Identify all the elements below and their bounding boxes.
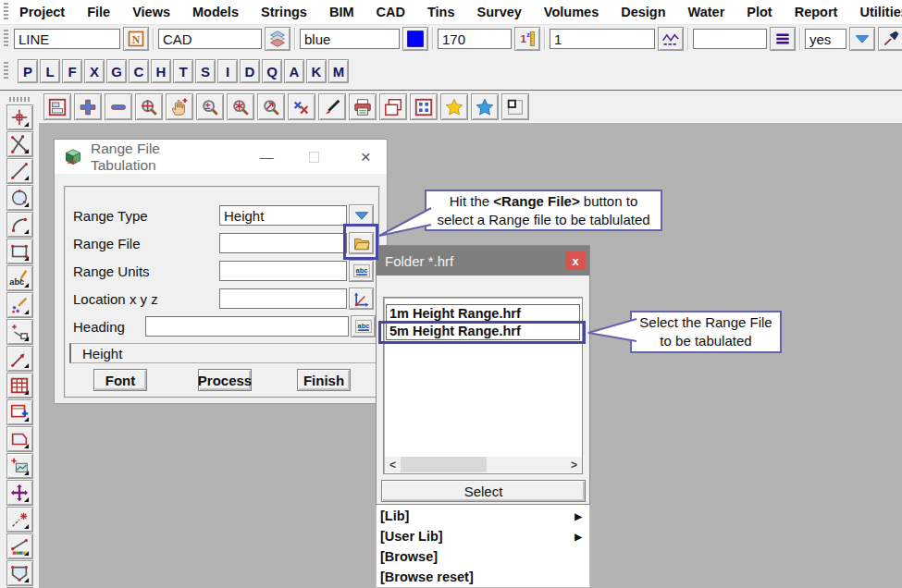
string-colour-button[interactable] bbox=[6, 533, 33, 559]
range-units-input[interactable] bbox=[219, 261, 347, 281]
create-face-button[interactable] bbox=[6, 426, 33, 452]
snap-S-button[interactable]: S bbox=[195, 59, 216, 83]
snap-C-button[interactable]: C bbox=[129, 59, 149, 83]
field-separator[interactable] bbox=[799, 28, 801, 50]
create-text-button[interactable]: abc bbox=[6, 265, 33, 291]
snap-M-button[interactable]: M bbox=[328, 59, 349, 83]
menu-utilities[interactable]: Utilities bbox=[859, 5, 902, 19]
toolbar-grip[interactable] bbox=[9, 97, 30, 102]
abc-button[interactable]: abc bbox=[349, 260, 374, 282]
finish-button[interactable]: Finish bbox=[297, 369, 351, 391]
snap-point-button[interactable] bbox=[6, 104, 33, 130]
create-arc-button[interactable] bbox=[6, 212, 33, 238]
draw-button[interactable] bbox=[318, 93, 346, 120]
zoom-width-button[interactable] bbox=[257, 93, 285, 120]
select-button[interactable]: Select bbox=[381, 480, 586, 502]
zoom-extents-button[interactable] bbox=[135, 93, 163, 120]
model-input[interactable] bbox=[158, 29, 262, 49]
create-circle-button[interactable] bbox=[6, 185, 33, 211]
scroll-left-button[interactable]: < bbox=[385, 457, 401, 472]
location-x-y-z-input[interactable] bbox=[219, 288, 347, 309]
snap-H-button[interactable]: H bbox=[151, 59, 171, 83]
snap-Q-button[interactable]: Q bbox=[262, 59, 282, 83]
snap-I-button[interactable]: I bbox=[217, 59, 238, 83]
field-separator[interactable] bbox=[153, 28, 154, 50]
create-polygon-button[interactable] bbox=[6, 560, 33, 586]
zoom-out-button[interactable] bbox=[105, 93, 132, 120]
create-symbol-button[interactable] bbox=[6, 292, 33, 318]
context-item-lib[interactable]: [Lib]▶ bbox=[377, 506, 589, 526]
z-value-button[interactable]: 1z bbox=[514, 27, 540, 51]
plot-button[interactable] bbox=[349, 93, 377, 120]
dropdown-button[interactable] bbox=[849, 27, 875, 51]
menu-report[interactable]: Report bbox=[795, 5, 838, 19]
context-item-browse[interactable]: [Browse] bbox=[377, 546, 589, 567]
context-item-browsereset[interactable]: [Browse reset] bbox=[377, 567, 589, 587]
menu-volumes[interactable]: Volumes bbox=[544, 5, 599, 19]
dialog-titlebar[interactable]: 12d Range File Tabulation — × bbox=[55, 140, 387, 174]
horizontal-scrollbar[interactable]: < > bbox=[385, 457, 582, 472]
field-separator[interactable] bbox=[432, 28, 434, 50]
zoom-centre-button[interactable] bbox=[227, 93, 254, 120]
range-type-input[interactable] bbox=[219, 205, 347, 226]
popup-close-button[interactable]: x bbox=[565, 251, 586, 270]
menu-views[interactable]: Views bbox=[132, 5, 170, 19]
snap-L-button[interactable]: L bbox=[40, 59, 60, 83]
menu-bim[interactable]: BIM bbox=[329, 5, 354, 19]
file-item[interactable]: 1m Height Range.hrf bbox=[386, 304, 580, 323]
grid-table-button[interactable] bbox=[6, 373, 33, 398]
menu-project[interactable]: Project bbox=[19, 5, 65, 19]
zoom-previous-button[interactable]: ± bbox=[196, 93, 224, 120]
field-separator[interactable] bbox=[294, 28, 296, 50]
popup-titlebar[interactable]: Folder *.hrf x bbox=[377, 246, 589, 276]
favourite-blue-star-button[interactable] bbox=[471, 93, 499, 120]
menu-survey[interactable]: Survey bbox=[476, 5, 521, 19]
linestyle-button[interactable] bbox=[658, 27, 684, 51]
style-input[interactable] bbox=[693, 29, 767, 49]
window-layout-button[interactable] bbox=[501, 93, 529, 120]
name-button[interactable]: N bbox=[123, 27, 149, 51]
new-view-button[interactable] bbox=[6, 399, 33, 425]
minimize-button[interactable]: — bbox=[254, 149, 279, 165]
translate-button[interactable] bbox=[6, 480, 33, 506]
colour-swatch-button[interactable] bbox=[402, 27, 428, 51]
create-rectangle-button[interactable] bbox=[6, 239, 33, 264]
toolbar-grip[interactable] bbox=[4, 3, 8, 21]
snap-X-button[interactable]: X bbox=[84, 59, 105, 83]
measure-direction-button[interactable] bbox=[6, 346, 33, 372]
snap-A-button[interactable]: A bbox=[284, 59, 304, 83]
grid-view-button[interactable] bbox=[410, 93, 438, 120]
weight-input[interactable] bbox=[550, 29, 655, 49]
zoom-in-button[interactable] bbox=[74, 93, 102, 120]
lines-button[interactable] bbox=[770, 27, 796, 51]
eyedropper-button[interactable] bbox=[878, 27, 902, 51]
name-input[interactable] bbox=[14, 29, 120, 49]
scroll-thumb[interactable] bbox=[401, 457, 487, 472]
insert-image-button[interactable] bbox=[6, 453, 33, 479]
toolbar-grip[interactable] bbox=[4, 62, 8, 80]
create-line-button[interactable] bbox=[6, 158, 33, 184]
menu-plot[interactable]: Plot bbox=[747, 5, 772, 19]
snap-strings-button[interactable] bbox=[6, 131, 33, 157]
context-item-userlib[interactable]: [User Lib]▶ bbox=[377, 526, 589, 546]
menu-design[interactable]: Design bbox=[621, 5, 665, 19]
font-button[interactable]: Font bbox=[93, 369, 147, 391]
snap-D-button[interactable]: D bbox=[240, 59, 260, 83]
layers-button[interactable] bbox=[265, 27, 290, 51]
pan-button[interactable] bbox=[166, 93, 193, 120]
heading-input[interactable] bbox=[145, 316, 349, 337]
menu-models[interactable]: Models bbox=[192, 5, 239, 19]
toolbar-grip[interactable] bbox=[4, 30, 8, 48]
maximize-button[interactable] bbox=[309, 152, 319, 163]
tinable-input[interactable] bbox=[805, 29, 846, 49]
copy-view-button[interactable] bbox=[379, 93, 407, 120]
save-view-button[interactable] bbox=[43, 93, 71, 120]
height-input[interactable] bbox=[438, 29, 512, 49]
snap-T-button[interactable]: T bbox=[173, 59, 193, 83]
field-separator[interactable] bbox=[544, 28, 546, 50]
menu-strings[interactable]: Strings bbox=[261, 5, 307, 19]
favourite-yellow-star-button[interactable] bbox=[440, 93, 468, 120]
snap-F-button[interactable]: F bbox=[62, 59, 82, 83]
abc-button[interactable]: abc bbox=[351, 315, 376, 337]
range-file-input[interactable] bbox=[219, 233, 347, 253]
